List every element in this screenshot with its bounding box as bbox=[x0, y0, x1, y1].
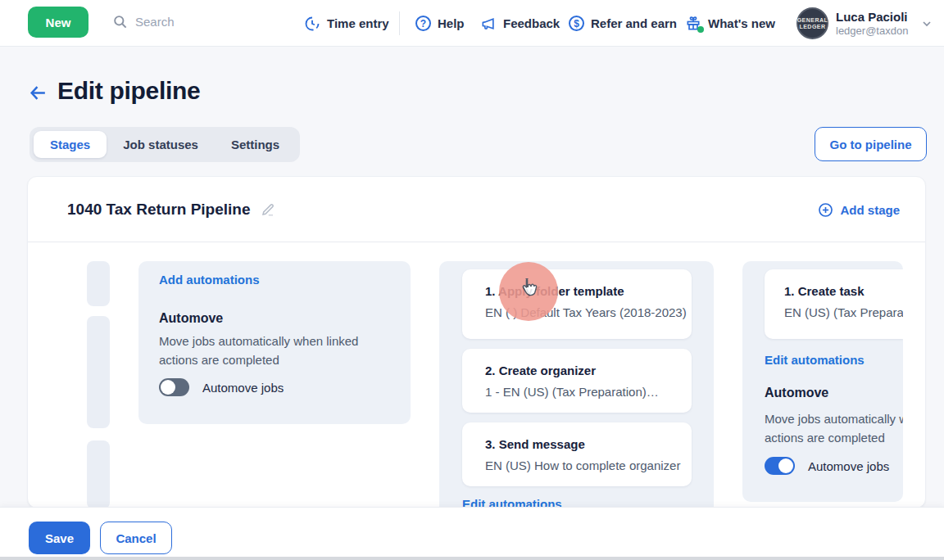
action-card-send-message[interactable]: 3. Send message EN (US) How to complete … bbox=[462, 422, 692, 486]
automove-title: Automove bbox=[765, 386, 828, 400]
automove-toggle-label: Automove jobs bbox=[808, 459, 889, 473]
action-card-create-task[interactable]: 1. Create task EN (US) (Tax Preparation)… bbox=[765, 269, 903, 339]
time-entry-label: Time entry bbox=[327, 16, 389, 30]
profile-menu[interactable]: GENERAL LEDGER Luca Pacioli ledger@taxdo… bbox=[796, 0, 933, 47]
action-card-create-organizer[interactable]: 2. Create organizer 1 - EN (US) (Tax Pre… bbox=[462, 349, 692, 413]
action-title: 1. Apply folder template bbox=[485, 283, 692, 300]
panel-divider bbox=[28, 242, 925, 242]
user-email: ledger@taxdon bbox=[836, 25, 908, 38]
question-icon: ? bbox=[415, 16, 431, 31]
action-subtitle: EN (US) How to complete organizer bbox=[485, 458, 692, 474]
whats-new-label: What's new bbox=[708, 16, 775, 30]
search-icon bbox=[112, 14, 128, 29]
save-button[interactable]: Save bbox=[29, 522, 90, 554]
edit-name-icon[interactable] bbox=[261, 202, 275, 217]
action-subtitle: EN ( ) Default Tax Years (2018-2023) bbox=[485, 305, 692, 321]
add-stage-label: Add stage bbox=[840, 203, 900, 217]
add-stage-button[interactable]: Add stage bbox=[818, 202, 900, 218]
automove-description: Move jobs automatically when linked acti… bbox=[765, 409, 903, 447]
automove-description: Move jobs automatically when linked acti… bbox=[159, 332, 365, 369]
action-subtitle: 1 - EN (US) (Tax Preparation)… bbox=[485, 384, 692, 400]
tab-job-statuses[interactable]: Job statuses bbox=[107, 131, 215, 158]
refer-label: Refer and earn bbox=[591, 16, 677, 30]
pipeline-panel: 1040 Tax Return Pipeline Add stage Add a… bbox=[27, 176, 926, 508]
user-name: Luca Pacioli bbox=[836, 10, 908, 25]
help-label: Help bbox=[438, 16, 465, 30]
plus-circle-icon bbox=[818, 202, 833, 218]
toggle-knob bbox=[161, 380, 175, 395]
automove-title: Automove bbox=[159, 311, 390, 326]
help-button[interactable]: ? Help bbox=[415, 0, 465, 47]
tab-bar: Stages Job statuses Settings bbox=[30, 127, 300, 162]
offscreen-stage-card[interactable] bbox=[87, 261, 110, 306]
add-automations-link[interactable]: Add automations bbox=[159, 273, 260, 287]
automove-toggle[interactable] bbox=[159, 378, 189, 396]
clock-icon bbox=[304, 16, 320, 32]
feedback-label: Feedback bbox=[503, 16, 560, 30]
action-subtitle: EN (US) (Tax Preparation)... bbox=[784, 305, 903, 321]
avatar: GENERAL LEDGER bbox=[796, 7, 828, 39]
megaphone-icon bbox=[480, 16, 497, 32]
action-title: 3. Send message bbox=[485, 436, 692, 453]
feedback-button[interactable]: Feedback bbox=[480, 0, 560, 47]
chevron-down-icon bbox=[920, 17, 933, 30]
action-card-apply-folder-template[interactable]: 1. Apply folder template EN ( ) Default … bbox=[462, 269, 692, 339]
offscreen-stage-card[interactable] bbox=[87, 440, 110, 508]
back-button[interactable] bbox=[28, 83, 48, 103]
avatar-text-top: GENERAL bbox=[797, 17, 828, 24]
topbar-divider bbox=[399, 11, 400, 35]
automove-toggle[interactable] bbox=[765, 457, 795, 475]
time-entry-button[interactable]: Time entry bbox=[304, 0, 389, 47]
search-placeholder: Search bbox=[135, 15, 175, 29]
gift-icon bbox=[685, 16, 701, 32]
bottom-strip bbox=[0, 557, 944, 560]
action-title: 1. Create task bbox=[784, 283, 903, 300]
offscreen-stage-card[interactable] bbox=[87, 316, 110, 428]
tab-stages[interactable]: Stages bbox=[34, 131, 107, 158]
cancel-button[interactable]: Cancel bbox=[100, 522, 172, 554]
notification-dot bbox=[697, 26, 704, 33]
dollar-icon: $ bbox=[569, 16, 584, 31]
tab-settings[interactable]: Settings bbox=[215, 131, 296, 158]
refer-and-earn-button[interactable]: $ Refer and earn bbox=[569, 0, 677, 47]
footer-bar: Save Cancel bbox=[0, 508, 944, 560]
pipeline-name: 1040 Tax Return Pipeline bbox=[67, 201, 251, 219]
whats-new-button[interactable]: What's new bbox=[685, 0, 775, 47]
avatar-text-bottom: LEDGER bbox=[799, 24, 825, 30]
stage-column-actions: 1. Apply folder template EN ( ) Default … bbox=[439, 261, 714, 508]
automove-toggle-label: Automove jobs bbox=[202, 381, 284, 395]
search-input[interactable]: Search bbox=[112, 14, 260, 29]
edit-automations-link[interactable]: Edit automations bbox=[765, 353, 865, 367]
page-title: Edit pipeline bbox=[57, 77, 200, 105]
top-bar: New Search Time entry ? Help Feedback $ bbox=[0, 0, 944, 47]
stage-column-automations: Add automations Automove Move jobs autom… bbox=[138, 261, 411, 424]
action-title: 2. Create organizer bbox=[485, 363, 692, 379]
go-to-pipeline-button[interactable]: Go to pipeline bbox=[815, 127, 927, 161]
edit-automations-link[interactable]: Edit automations bbox=[462, 497, 562, 508]
toggle-knob bbox=[778, 458, 793, 473]
new-button[interactable]: New bbox=[28, 7, 88, 38]
stage-column-last: 1. Create task EN (US) (Tax Preparation)… bbox=[742, 261, 903, 502]
